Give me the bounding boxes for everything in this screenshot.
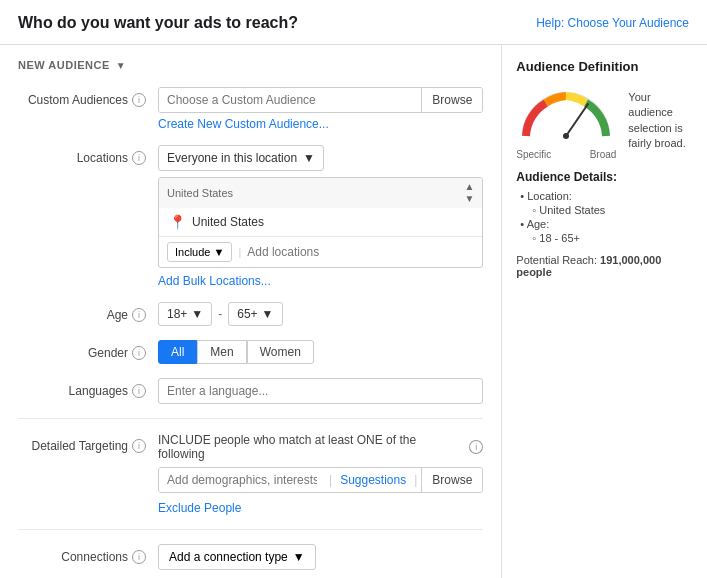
page-title: Who do you want your ads to reach? xyxy=(18,14,298,32)
location-detail-label: • Location: xyxy=(516,190,693,202)
targeting-browse-button[interactable]: Browse xyxy=(421,468,482,492)
age-detail-value: ◦ 18 - 65+ xyxy=(516,232,693,244)
connections-info-icon[interactable]: i xyxy=(132,550,146,564)
gender-buttons: All Men Women xyxy=(158,340,483,364)
detailed-targeting-control: INCLUDE people who match at least ONE of… xyxy=(158,433,483,515)
chevron-down-icon: ▼ xyxy=(262,307,274,321)
targeting-input[interactable] xyxy=(159,468,325,492)
age-detail-label: • Age: xyxy=(516,218,693,230)
audience-definition-title: Audience Definition xyxy=(516,59,693,74)
languages-row: Languages i xyxy=(18,378,483,404)
age-info-icon[interactable]: i xyxy=(132,308,146,322)
age-row: Age i 18+ ▼ - 65+ ▼ xyxy=(18,302,483,326)
locations-label: Locations i xyxy=(18,145,158,165)
potential-reach: Potential Reach: 191,000,000 people xyxy=(516,254,693,278)
scroll-arrows[interactable]: ▲ ▼ xyxy=(464,182,474,204)
location-item: 📍 United States xyxy=(159,208,482,236)
separator: | xyxy=(238,246,241,258)
pin-icon: 📍 xyxy=(169,214,186,230)
scroll-down-icon: ▼ xyxy=(464,194,474,204)
custom-audiences-input[interactable] xyxy=(159,88,421,112)
location-detail-value: ◦ United States xyxy=(516,204,693,216)
gender-all-button[interactable]: All xyxy=(158,340,197,364)
connections-row: Connections i Add a connection type ▼ xyxy=(18,544,483,570)
custom-audiences-label: Custom Audiences i xyxy=(18,87,158,107)
create-custom-audience-link[interactable]: Create New Custom Audience... xyxy=(158,117,483,131)
chevron-down-icon: ▼ xyxy=(303,151,315,165)
chevron-down-icon: ▼ xyxy=(191,307,203,321)
broad-label: Broad xyxy=(590,149,617,160)
targeting-description: INCLUDE people who match at least ONE of… xyxy=(158,433,483,461)
audience-description: Your audience selection is fairly broad. xyxy=(628,86,693,152)
custom-audiences-row: Custom Audiences i Browse Create New Cus… xyxy=(18,87,483,131)
gender-control: All Men Women xyxy=(158,340,483,364)
specific-label: Specific xyxy=(516,149,551,160)
age-control: 18+ ▼ - 65+ ▼ xyxy=(158,302,483,326)
svg-line-0 xyxy=(566,104,588,136)
chevron-down-icon: ▼ xyxy=(116,60,126,71)
custom-audiences-info-icon[interactable]: i xyxy=(132,93,146,107)
custom-audiences-browse-button[interactable]: Browse xyxy=(421,88,482,112)
location-actions: Include ▼ | xyxy=(159,236,482,267)
include-button[interactable]: Include ▼ xyxy=(167,242,232,262)
location-box: United States ▲ ▼ 📍 United States xyxy=(158,177,483,268)
chevron-down-icon: ▼ xyxy=(293,550,305,564)
location-box-header: United States ▲ ▼ xyxy=(159,178,482,208)
exclude-people-link[interactable]: Exclude People xyxy=(158,501,483,515)
gender-men-button[interactable]: Men xyxy=(197,340,246,364)
targeting-separator: | xyxy=(325,468,336,492)
svg-point-1 xyxy=(563,133,569,139)
scroll-up-icon: ▲ xyxy=(464,182,474,192)
add-bulk-locations-link[interactable]: Add Bulk Locations... xyxy=(158,274,483,288)
divider xyxy=(18,418,483,419)
targeting-separator2: | xyxy=(410,468,421,492)
locations-control: Everyone in this location ▼ United State… xyxy=(158,145,483,288)
age-label: Age i xyxy=(18,302,158,322)
suggestions-link[interactable]: Suggestions xyxy=(336,468,410,492)
gauge-labels: Specific Broad xyxy=(516,149,616,160)
locations-row: Locations i Everyone in this location ▼ … xyxy=(18,145,483,288)
everyone-in-location-dropdown[interactable]: Everyone in this location ▼ xyxy=(158,145,324,171)
gender-row: Gender i All Men Women xyxy=(18,340,483,364)
help-link[interactable]: Help: Choose Your Audience xyxy=(536,16,689,30)
audience-gauge xyxy=(516,86,616,144)
age-max-select[interactable]: 65+ ▼ xyxy=(228,302,282,326)
detailed-targeting-label: Detailed Targeting i xyxy=(18,433,158,453)
custom-audiences-control: Browse Create New Custom Audience... xyxy=(158,87,483,131)
audience-definition-panel: Audience Definition xyxy=(502,45,707,578)
gender-info-icon[interactable]: i xyxy=(132,346,146,360)
targeting-desc-info-icon[interactable]: i xyxy=(469,440,483,454)
detailed-targeting-info-icon[interactable]: i xyxy=(132,439,146,453)
add-locations-input[interactable] xyxy=(247,245,474,259)
divider2 xyxy=(18,529,483,530)
languages-input[interactable] xyxy=(158,378,483,404)
new-audience-button[interactable]: NEW AUDIENCE ▼ xyxy=(18,59,483,71)
connections-control: Add a connection type ▼ xyxy=(158,544,483,570)
languages-control xyxy=(158,378,483,404)
new-audience-label: NEW AUDIENCE xyxy=(18,59,110,71)
gender-label: Gender i xyxy=(18,340,158,360)
custom-audiences-input-browse: Browse xyxy=(158,87,483,113)
targeting-input-row: | Suggestions | Browse xyxy=(158,467,483,493)
languages-label: Languages i xyxy=(18,378,158,398)
locations-info-icon[interactable]: i xyxy=(132,151,146,165)
age-min-select[interactable]: 18+ ▼ xyxy=(158,302,212,326)
detailed-targeting-row: Detailed Targeting i INCLUDE people who … xyxy=(18,433,483,515)
connections-label: Connections i xyxy=(18,544,158,564)
age-row-inputs: 18+ ▼ - 65+ ▼ xyxy=(158,302,483,326)
chevron-down-icon: ▼ xyxy=(213,246,224,258)
add-connection-type-button[interactable]: Add a connection type ▼ xyxy=(158,544,316,570)
audience-details-title: Audience Details: xyxy=(516,170,693,184)
languages-info-icon[interactable]: i xyxy=(132,384,146,398)
gender-women-button[interactable]: Women xyxy=(247,340,314,364)
